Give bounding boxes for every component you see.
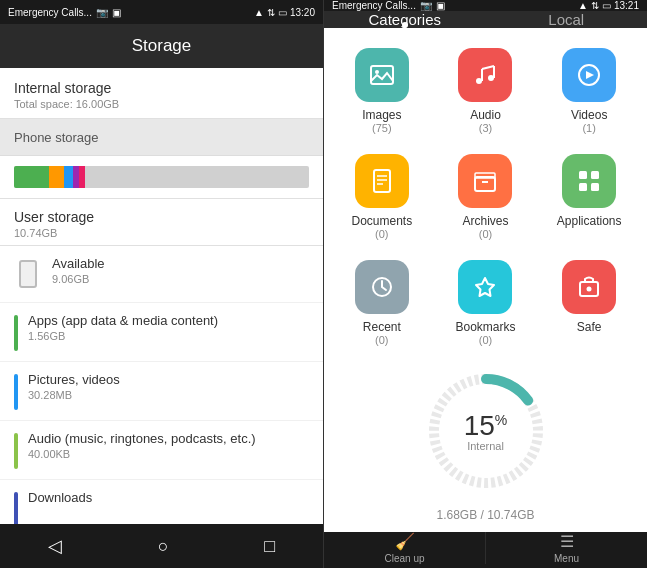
cat-item-documents[interactable]: Documents (0) (330, 144, 434, 250)
archives-count: (0) (479, 228, 492, 240)
donut-section: 15% Internal 1.68GB / 10.74GB (324, 366, 647, 532)
right-status-left: Emergency Calls... 📷 ▣ (332, 0, 445, 11)
donut-chart: 15% Internal (421, 366, 551, 496)
recent-count: (0) (375, 334, 388, 346)
right-panel: Emergency Calls... 📷 ▣ ▲ ⇅ ▭ 13:21 Categ… (323, 0, 647, 568)
left-content: Internal storage Total space: 16.00GB Ph… (0, 68, 323, 524)
downloads-name: Downloads (28, 490, 92, 505)
videos-label: Videos (571, 108, 607, 122)
phone-storage-row[interactable]: Phone storage (0, 119, 323, 156)
left-data-icon: ⇅ (267, 7, 275, 18)
left-bottom-nav: ◁ ○ □ (0, 524, 323, 568)
internal-storage-total: Total space: 16.00GB (14, 98, 309, 110)
available-icon (14, 256, 42, 292)
cat-item-audio[interactable]: Audio (3) (434, 38, 538, 144)
left-home-button[interactable]: ○ (158, 536, 169, 557)
audio-label: Audio (470, 108, 501, 122)
left-back-button[interactable]: ◁ (48, 535, 62, 557)
menu-button[interactable]: ☰ Menu (486, 532, 647, 564)
right-time: 13:21 (614, 0, 639, 11)
phone-storage-label: Phone storage (14, 130, 99, 145)
pictures-color-bar (14, 374, 18, 410)
pictures-text: Pictures, videos 30.28MB (28, 372, 120, 401)
storage-bar-container (0, 156, 323, 199)
menu-icon: ☰ (560, 532, 574, 551)
left-time: 13:20 (290, 7, 315, 18)
available-name: Available (52, 256, 105, 271)
user-storage-title: User storage (14, 209, 309, 225)
documents-icon (355, 154, 409, 208)
recent-icon (355, 260, 409, 314)
donut-text: 15% Internal (464, 410, 508, 452)
left-status-right: ▲ ⇅ ▭ 13:20 (254, 7, 315, 18)
apps-size: 1.56GB (28, 330, 218, 342)
storage-item-available[interactable]: Available 9.06GB (0, 246, 323, 303)
bar-seg-2 (49, 166, 64, 188)
images-count: (75) (372, 122, 392, 134)
bookmarks-icon (458, 260, 512, 314)
left-camera-icon: 📷 (96, 7, 108, 18)
storage-item-pictures[interactable]: Pictures, videos 30.28MB (0, 362, 323, 421)
user-storage-gb: 10.74GB (14, 227, 309, 239)
cleanup-button[interactable]: 🧹 Clean up (324, 532, 486, 564)
audio-count: (3) (479, 122, 492, 134)
right-recent-button[interactable]: □ (588, 565, 599, 569)
donut-label: Internal (464, 440, 508, 452)
storage-item-downloads[interactable]: Downloads (0, 480, 323, 524)
menu-label: Menu (554, 553, 579, 564)
svg-rect-14 (475, 173, 495, 178)
bar-seg-3 (64, 166, 73, 188)
right-status-right: ▲ ⇅ ▭ 13:21 (578, 0, 639, 11)
audio-text: Audio (music, ringtones, podcasts, etc.)… (28, 431, 256, 460)
cat-item-bookmarks[interactable]: Bookmarks (0) (434, 250, 538, 356)
internal-storage-section: Internal storage Total space: 16.00GB (0, 68, 323, 119)
bar-seg-5 (79, 166, 85, 188)
left-panel: Emergency Calls... 📷 ▣ ▲ ⇅ ▭ 13:20 Stora… (0, 0, 323, 568)
left-status-bar: Emergency Calls... 📷 ▣ ▲ ⇅ ▭ 13:20 (0, 0, 323, 24)
right-wifi-icon: ▲ (578, 0, 588, 11)
tab-categories[interactable]: Categories (324, 11, 486, 28)
svg-point-1 (375, 70, 379, 74)
available-text: Available 9.06GB (52, 256, 105, 285)
right-system-nav: ◁ ○ □ (324, 564, 647, 568)
cat-item-applications[interactable]: Applications (537, 144, 641, 250)
right-app-name: Emergency Calls... (332, 0, 416, 11)
archives-label: Archives (462, 214, 508, 228)
audio-size: 40.00KB (28, 448, 256, 460)
images-icon (355, 48, 409, 102)
svg-marker-8 (586, 71, 594, 79)
svg-rect-18 (579, 183, 587, 191)
right-battery-icon: ▭ (602, 0, 611, 11)
apps-text: Apps (app data & media content) 1.56GB (28, 313, 218, 342)
right-bottom-toolbar: 🧹 Clean up ☰ Menu (324, 532, 647, 564)
cat-item-archives[interactable]: Archives (0) (434, 144, 538, 250)
cat-item-images[interactable]: Images (75) (330, 38, 434, 144)
right-signal-icon: ▣ (436, 0, 445, 11)
audio-color-bar (14, 433, 18, 469)
videos-icon (562, 48, 616, 102)
svg-rect-16 (579, 171, 587, 179)
safe-label: Safe (577, 320, 602, 334)
images-label: Images (362, 108, 401, 122)
right-back-button[interactable]: ◁ (372, 564, 386, 568)
safe-icon (562, 260, 616, 314)
videos-count: (1) (582, 122, 595, 134)
right-data-icon: ⇅ (591, 0, 599, 11)
storage-item-audio[interactable]: Audio (music, ringtones, podcasts, etc.)… (0, 421, 323, 480)
cat-item-safe[interactable]: Safe (537, 250, 641, 356)
storage-items-list: Available 9.06GB Apps (app data & media … (0, 246, 323, 524)
cat-item-recent[interactable]: Recent (0) (330, 250, 434, 356)
storage-item-apps[interactable]: Apps (app data & media content) 1.56GB (0, 303, 323, 362)
categories-grid: Images (75) Audio (3) Videos (1) Documen… (324, 28, 647, 366)
svg-rect-19 (591, 183, 599, 191)
right-home-button[interactable]: ○ (482, 565, 493, 569)
cat-item-videos[interactable]: Videos (1) (537, 38, 641, 144)
right-status-bar: Emergency Calls... 📷 ▣ ▲ ⇅ ▭ 13:21 (324, 0, 647, 11)
left-title: Storage (132, 36, 192, 56)
downloads-color-bar (14, 492, 18, 524)
left-recent-button[interactable]: □ (264, 536, 275, 557)
pictures-name: Pictures, videos (28, 372, 120, 387)
bookmarks-label: Bookmarks (455, 320, 515, 334)
cleanup-label: Clean up (384, 553, 424, 564)
tab-local[interactable]: Local (486, 11, 648, 28)
